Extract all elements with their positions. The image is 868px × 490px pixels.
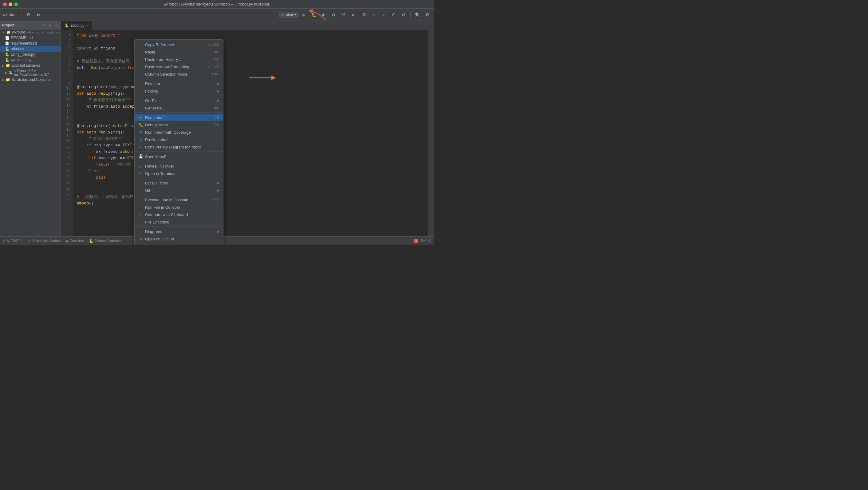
tree-item-wxrobot[interactable]: ▼ 📁 wxrobot ~/PycharmProjects/wxrobot xyxy=(0,30,61,35)
tab-icon-robot: 🐍 xyxy=(65,23,69,28)
panel-gear-icon[interactable]: ⚙ xyxy=(48,23,53,28)
expand-button[interactable]: ⇔ xyxy=(34,10,43,19)
git-commit-button[interactable]: ✔ xyxy=(380,10,388,19)
tree-item-external-libs[interactable]: ▶ 📁 External Libraries xyxy=(0,63,61,68)
menu-concurrency[interactable]: ⊞ Concurrency Diagram for 'robot' xyxy=(135,143,223,151)
tab-robot-py[interactable]: 🐍 robot.py ✕ xyxy=(61,21,93,30)
traffic-lights xyxy=(3,2,18,6)
menu-run-coverage[interactable]: ⊕ Run 'robot' with Coverage xyxy=(135,128,223,136)
generate-icon xyxy=(138,105,143,110)
menu-refactor[interactable]: Refactor ▶ xyxy=(135,80,223,87)
stop-button[interactable]: ■ xyxy=(349,10,358,19)
debug-button[interactable]: 🐛 xyxy=(310,10,318,19)
vc-label: 9: Version Control xyxy=(32,239,61,243)
menu-generate[interactable]: Generate... ⌘N xyxy=(135,104,223,112)
minimize-button[interactable] xyxy=(9,2,12,6)
build-button[interactable]: ⚒ xyxy=(339,10,348,19)
settings-button[interactable]: ⚙ xyxy=(24,10,33,19)
git-update-button[interactable]: ✓ xyxy=(370,10,378,19)
menu-open-github[interactable]: ⊛ Open on GitHub xyxy=(135,235,223,243)
code-editor[interactable]: 12345 678910 1112131415 1617181920 21222… xyxy=(61,30,428,236)
exec-line-shortcut: ⌥⇧E xyxy=(211,198,219,202)
search-button[interactable]: 🔍 xyxy=(413,10,422,19)
bottom-terminal[interactable]: ▶ Terminal xyxy=(66,239,84,243)
menu-create-gist[interactable]: Create Gist... xyxy=(135,243,223,245)
bottom-python-console[interactable]: 🐍 Python Console xyxy=(89,239,121,243)
menu-paste-without-formatting[interactable]: Paste without Formatting ⌥⇧⌘V xyxy=(135,63,223,70)
menu-reveal-finder[interactable]: ◻ Reveal in Finder xyxy=(135,162,223,170)
tab-close-robot[interactable]: ✕ xyxy=(86,24,89,28)
profile-button[interactable]: ⊙ xyxy=(329,10,338,19)
git-arrow: ▶ xyxy=(217,188,219,192)
code-line-8 xyxy=(77,78,424,84)
tree-item-python[interactable]: ▶ 🐍 < Python 3.7 > /usr/local/bin/python… xyxy=(0,68,61,77)
code-line-16: def auto_reply(msg): xyxy=(77,129,424,136)
git-rollback-button[interactable]: ↺ xyxy=(399,10,408,19)
tree-item-wxfriend[interactable]: 🐍 wx_friend.py xyxy=(0,57,61,63)
menu-folding[interactable]: Folding ▶ xyxy=(135,87,223,95)
settings-gear-button[interactable]: ⚙ xyxy=(423,10,432,19)
menu-profile-robot[interactable]: ⊙ Profile 'robot' xyxy=(135,136,223,143)
paste-no-fmt-shortcut: ⌥⇧⌘V xyxy=(207,65,219,69)
menu-file-encoding[interactable]: File Encoding xyxy=(135,218,223,226)
paste-shortcut: ⌘V xyxy=(214,50,219,54)
tab-label-robot: robot.py xyxy=(71,23,84,28)
coverage-button[interactable]: ⊕ xyxy=(319,10,328,19)
close-button[interactable] xyxy=(3,2,7,6)
bottom-version-control[interactable]: ⎇ 9: Version Control xyxy=(26,239,61,243)
menu-run-file-console[interactable]: Run File in Console xyxy=(135,204,223,211)
concurrency-label: Concurrency Diagram for 'robot' xyxy=(145,145,219,149)
coverage-icon: ⊕ xyxy=(138,130,143,135)
open-terminal-label: Open in Terminal xyxy=(145,171,219,176)
paste-history-shortcut: ⇧⌘V xyxy=(211,58,219,61)
tree-item-requirements[interactable]: 📄 requirements.txt xyxy=(0,40,61,46)
folder-icon-scratches: 📁 xyxy=(5,78,10,82)
menu-sep-4 xyxy=(135,152,223,152)
diagrams-arrow: ▶ xyxy=(217,229,219,234)
menu-save-robot[interactable]: 💾 Save 'robot' xyxy=(135,153,223,160)
menu-open-terminal[interactable]: ◻ Open in Terminal xyxy=(135,170,223,177)
panel-close-icon[interactable]: — xyxy=(54,23,59,28)
col-sel-label: Column Selection Mode xyxy=(145,72,209,76)
code-line-4 xyxy=(77,52,424,58)
tree-item-readme[interactable]: 📄 README.md xyxy=(0,35,61,40)
github-icon: ⊛ xyxy=(138,236,143,241)
toolbar-sep-1 xyxy=(22,12,22,18)
menu-column-selection[interactable]: Column Selection Mode ⇧⌘8 xyxy=(135,70,223,78)
menu-local-history[interactable]: Local History ▶ xyxy=(135,179,223,187)
fullscreen-button[interactable] xyxy=(14,2,18,6)
todo-label: 6: TODO xyxy=(7,239,22,243)
code-lines[interactable]: from wxpy import * import wx_friend # 微信… xyxy=(73,30,428,236)
save-robot-icon: 💾 xyxy=(138,154,143,159)
menu-execute-line[interactable]: Execute Line in Console ⌥⇧E xyxy=(135,196,223,204)
refactor-arrow: ▶ xyxy=(217,82,219,86)
menu-copy-reference[interactable]: Copy Reference ⌥⇧⌘C xyxy=(135,41,223,48)
python-icon: 🐍 xyxy=(9,71,13,75)
panel-locate-icon[interactable]: ⊕ xyxy=(41,23,46,28)
code-line-25 xyxy=(77,187,424,194)
menu-paste-from-history[interactable]: Paste from History... ⇧⌘V xyxy=(135,56,223,63)
run-button[interactable]: ▶ xyxy=(300,10,308,19)
bottom-todo[interactable]: ✓ 6: TODO xyxy=(2,239,22,243)
git-history-button[interactable]: ⏱ xyxy=(390,10,398,19)
menu-go-to[interactable]: Go To ▶ xyxy=(135,97,223,104)
menu-sep-5 xyxy=(135,161,223,161)
folder-icon-wxrobot: 📁 xyxy=(6,30,11,34)
menu-run-robot[interactable]: ▶ Run 'robot' ^⇧R xyxy=(135,114,223,121)
menu-paste[interactable]: Paste ⌘V xyxy=(135,48,223,56)
compare-label: Compare with Clipboard xyxy=(145,212,219,217)
paste-no-fmt-icon xyxy=(138,64,143,69)
menu-compare-clipboard[interactable]: ◻ Compare with Clipboard xyxy=(135,211,223,218)
tree-label-wxfriend: wx_friend.py xyxy=(11,58,31,62)
menu-diagrams[interactable]: Diagrams ▶ xyxy=(135,228,223,235)
tree-item-tuling[interactable]: 🐍 tuling_robot.py xyxy=(0,52,61,57)
tree-item-robot[interactable]: 🐍 robot.py xyxy=(0,46,61,52)
run-icon: ● xyxy=(281,12,283,17)
run-config-selector[interactable]: ● robot ▾ xyxy=(279,12,299,18)
terminal-label: Terminal xyxy=(70,239,84,243)
menu-git[interactable]: Git ▶ xyxy=(135,187,223,194)
menu-sep-8 xyxy=(135,226,223,227)
tree-item-scratches[interactable]: ▶ 📁 Scratches and Consoles xyxy=(0,77,61,82)
tree-label-readme: README.md xyxy=(11,36,33,40)
menu-debug-robot[interactable]: 🐛 Debug 'robot' ^⇧D xyxy=(135,121,223,128)
